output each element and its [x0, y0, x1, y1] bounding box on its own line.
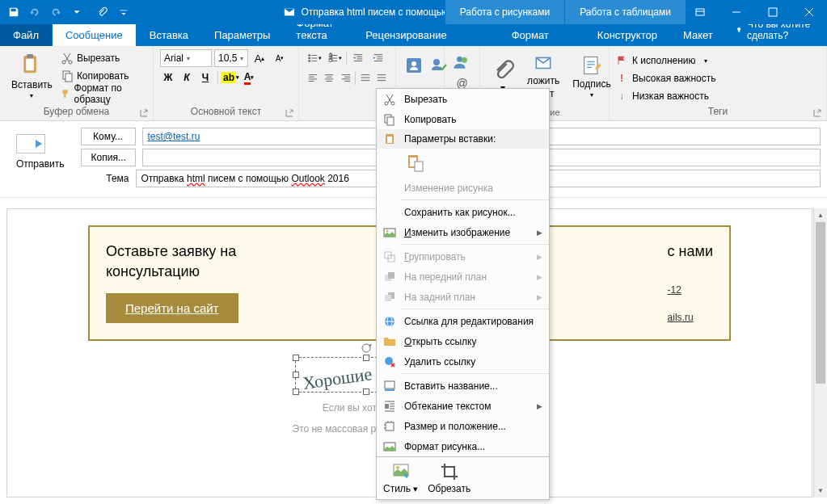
- bold-button[interactable]: Ж: [160, 69, 176, 86]
- scroll-down-button[interactable]: ▼: [814, 484, 827, 498]
- maximize-button[interactable]: [754, 0, 791, 24]
- svg-point-13: [308, 57, 310, 60]
- cm-change-picture: Изменение рисунка: [377, 178, 549, 198]
- send-icon: [16, 134, 45, 153]
- to-button[interactable]: Кому...: [81, 128, 136, 145]
- high-importance-button[interactable]: !Высокая важность: [616, 70, 820, 86]
- svg-point-14: [308, 60, 310, 62]
- launcher-icon[interactable]: [285, 109, 293, 117]
- group-label-tags: Теги: [616, 104, 820, 119]
- font-color-button[interactable]: A▾: [241, 69, 257, 86]
- format-painter-button[interactable]: Формат по образцу: [57, 85, 146, 103]
- email-link[interactable]: ails.ru: [668, 312, 694, 323]
- launcher-icon[interactable]: [140, 109, 148, 117]
- rotate-handle-icon[interactable]: [360, 342, 373, 355]
- close-button[interactable]: [791, 0, 827, 24]
- resize-handle[interactable]: [363, 355, 369, 361]
- svg-point-21: [457, 57, 462, 62]
- picture-tools-header: Работа с рисунками: [445, 0, 564, 24]
- tab-insert[interactable]: Вставка: [137, 24, 201, 46]
- attachment-icon[interactable]: [94, 3, 112, 21]
- launcher-icon[interactable]: [813, 109, 821, 117]
- cm-format-picture[interactable]: Формат рисунка...: [377, 436, 549, 456]
- svg-point-9: [69, 61, 72, 64]
- card-cta-button[interactable]: Перейти на сайт: [106, 293, 238, 323]
- scroll-up-button[interactable]: ▲: [814, 208, 827, 222]
- cm-size-position[interactable]: Размер и положение...: [377, 416, 549, 436]
- cm-paste-keep-source[interactable]: [404, 152, 427, 174]
- send-button[interactable]: Отправить: [6, 128, 74, 191]
- indent-right-button[interactable]: [375, 69, 389, 87]
- group-label-clipboard: Буфер обмена: [6, 104, 146, 119]
- cm-crop-button[interactable]: Обрезать: [428, 462, 470, 494]
- shrink-font-button[interactable]: A▾: [271, 49, 289, 67]
- resize-handle[interactable]: [293, 372, 299, 378]
- paste-button[interactable]: Вставить ▾: [6, 49, 57, 103]
- svg-rect-47: [385, 389, 395, 391]
- card-heading-2: консультацию: [106, 263, 238, 280]
- cm-open-link[interactable]: Открыть ссылку: [377, 331, 549, 351]
- undo-button[interactable]: [26, 3, 44, 21]
- scroll-thumb[interactable]: [816, 222, 825, 384]
- cm-paste-options-header: Параметры вставки:: [377, 129, 549, 149]
- svg-point-26: [385, 102, 388, 105]
- tab-file[interactable]: Файл: [0, 24, 52, 46]
- cm-cut[interactable]: Вырезать: [377, 89, 549, 109]
- tab-options[interactable]: Параметры: [201, 24, 283, 46]
- cm-edit-link[interactable]: Ссылка для редактирования: [377, 311, 549, 331]
- cm-style-button[interactable]: Стиль ▾: [383, 462, 418, 494]
- save-button[interactable]: [5, 3, 23, 21]
- bullets-button[interactable]: ▾: [306, 49, 323, 67]
- cm-remove-link[interactable]: Удалить ссылку: [377, 351, 549, 372]
- vertical-scrollbar[interactable]: ▲ ▼: [813, 208, 827, 498]
- resize-handle[interactable]: [363, 388, 369, 395]
- font-size-combo[interactable]: 10,5▾: [214, 49, 248, 67]
- cc-button[interactable]: Копия...: [81, 149, 136, 166]
- cm-save-as-picture[interactable]: Сохранить как рисунок...: [377, 202, 549, 222]
- title-bar: Отправка html писем с помощью Outlook 20…: [0, 0, 827, 24]
- quick-access-toolbar: [0, 3, 137, 21]
- numbering-button[interactable]: 123▾: [326, 49, 344, 67]
- redo-button[interactable]: [47, 3, 65, 21]
- align-right-button[interactable]: [339, 69, 352, 87]
- qat-menu[interactable]: [68, 3, 86, 21]
- svg-rect-1: [696, 9, 704, 15]
- signature-button[interactable]: Подпись▾: [568, 49, 616, 103]
- italic-button[interactable]: К: [179, 69, 195, 86]
- ribbon-options-button[interactable]: [681, 0, 718, 24]
- grow-font-button[interactable]: A▴: [251, 49, 268, 67]
- align-left-button[interactable]: [306, 69, 319, 87]
- svg-rect-24: [584, 57, 597, 74]
- cm-change-image[interactable]: Изменить изображение▶: [377, 222, 549, 242]
- minimize-button[interactable]: [718, 0, 754, 24]
- increase-indent-button[interactable]: [369, 49, 387, 67]
- follow-up-button[interactable]: К исполнению▾: [616, 52, 820, 69]
- phone-link[interactable]: -12: [668, 284, 681, 296]
- font-name-combo[interactable]: Arial▾: [160, 49, 212, 67]
- underline-button[interactable]: Ч: [197, 69, 213, 86]
- cm-group: Группировать▶: [377, 246, 549, 267]
- resize-handle[interactable]: [293, 388, 299, 395]
- cm-wrap-text[interactable]: Обтекание текстом▶: [377, 396, 549, 416]
- address-book-button[interactable]: [403, 54, 425, 77]
- highlight-button[interactable]: ab▾: [222, 69, 238, 86]
- cm-copy[interactable]: Копировать: [377, 109, 549, 129]
- card-heading-1: Оставьте заявку на: [106, 243, 238, 260]
- tab-review[interactable]: Рецензирование: [352, 24, 459, 46]
- resize-handle[interactable]: [293, 355, 299, 361]
- svg-rect-11: [65, 74, 72, 82]
- mention-button[interactable]: @: [451, 49, 473, 93]
- cm-insert-caption[interactable]: Вставить название...: [377, 376, 549, 396]
- decrease-indent-button[interactable]: [349, 49, 367, 67]
- indent-left-button[interactable]: [358, 69, 372, 87]
- svg-rect-2: [769, 8, 777, 16]
- tab-format[interactable]: Формат: [499, 24, 562, 46]
- low-importance-button[interactable]: ↓Низкая важность: [616, 88, 820, 104]
- tab-layout[interactable]: Макет: [670, 24, 726, 46]
- tab-design[interactable]: Конструктор: [584, 24, 670, 46]
- align-center-button[interactable]: [322, 69, 335, 87]
- cut-button[interactable]: Вырезать: [57, 49, 146, 67]
- svg-rect-40: [388, 272, 395, 279]
- tab-message[interactable]: Сообщение: [52, 23, 137, 46]
- qat-dropdown[interactable]: [115, 3, 133, 21]
